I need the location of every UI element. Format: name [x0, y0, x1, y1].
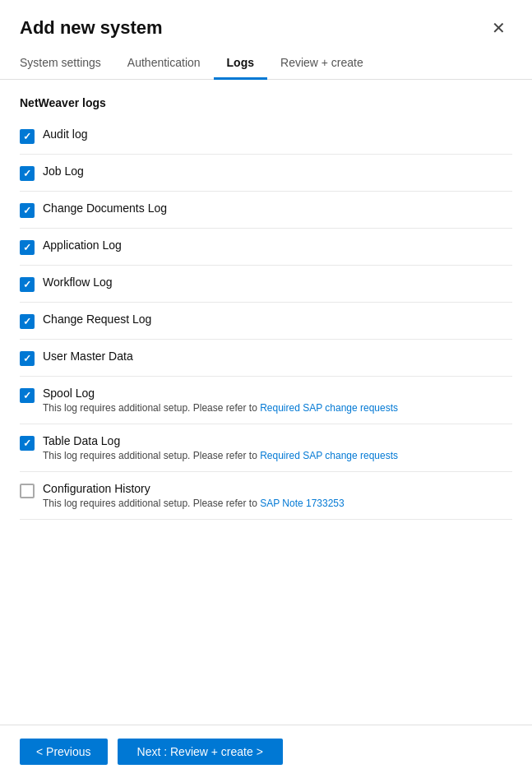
log-link-table-data-log[interactable]: Required SAP change requests: [260, 450, 398, 461]
close-button[interactable]: ✕: [485, 16, 512, 39]
dialog-title: Add new system: [20, 17, 163, 39]
log-item-job-log: ✓Job Log: [20, 155, 512, 192]
log-label-table-data-log: Table Data Log: [43, 434, 512, 447]
log-item-audit-log: ✓Audit log: [20, 118, 512, 155]
log-item-spool-log: ✓Spool LogThis log requires additional s…: [20, 377, 512, 424]
checkbox-change-documents-log[interactable]: ✓: [20, 203, 35, 218]
log-label-workflow-log: Workflow Log: [43, 276, 512, 289]
checkbox-audit-log[interactable]: ✓: [20, 129, 35, 144]
checkbox-change-request-log[interactable]: ✓: [20, 314, 35, 329]
previous-button[interactable]: < Previous: [20, 739, 108, 765]
log-label-spool-log: Spool Log: [43, 387, 512, 400]
checkbox-table-data-log[interactable]: ✓: [20, 436, 35, 451]
log-item-application-log: ✓Application Log: [20, 229, 512, 266]
next-button[interactable]: Next : Review + create >: [118, 739, 283, 765]
tab-logs[interactable]: Logs: [214, 48, 267, 80]
log-item-user-master-data: ✓User Master Data: [20, 340, 512, 377]
log-item-change-request-log: ✓Change Request Log: [20, 303, 512, 340]
log-label-user-master-data: User Master Data: [43, 350, 512, 363]
log-label-change-documents-log: Change Documents Log: [43, 201, 512, 215]
section-title: NetWeaver logs: [20, 96, 512, 109]
content-area: NetWeaver logs ✓Audit log✓Job Log✓Change…: [0, 80, 532, 725]
dialog-header: Add new system ✕: [0, 0, 532, 48]
log-label-change-request-log: Change Request Log: [43, 313, 512, 326]
log-link-configuration-history[interactable]: SAP Note 1733253: [260, 498, 345, 509]
checkbox-workflow-log[interactable]: ✓: [20, 277, 35, 292]
log-item-workflow-log: ✓Workflow Log: [20, 266, 512, 303]
log-desc-table-data-log: This log requires additional setup. Plea…: [43, 450, 512, 461]
footer: < Previous Next : Review + create >: [0, 725, 532, 778]
checkbox-spool-log[interactable]: ✓: [20, 388, 35, 403]
log-link-spool-log[interactable]: Required SAP change requests: [260, 402, 398, 414]
log-desc-spool-log: This log requires additional setup. Plea…: [43, 402, 512, 414]
log-label-configuration-history: Configuration History: [43, 482, 512, 495]
log-item-configuration-history: Configuration HistoryThis log requires a…: [20, 472, 512, 520]
tabs-nav: System settings Authentication Logs Revi…: [0, 48, 532, 80]
log-label-audit-log: Audit log: [43, 127, 512, 141]
log-item-table-data-log: ✓Table Data LogThis log requires additio…: [20, 424, 512, 472]
add-new-system-dialog: Add new system ✕ System settings Authent…: [0, 0, 532, 778]
checkbox-configuration-history[interactable]: [20, 484, 35, 498]
tab-authentication[interactable]: Authentication: [114, 48, 214, 80]
log-label-application-log: Application Log: [43, 238, 512, 252]
log-desc-configuration-history: This log requires additional setup. Plea…: [43, 498, 512, 509]
checkbox-application-log[interactable]: ✓: [20, 240, 35, 255]
log-label-job-log: Job Log: [43, 164, 512, 178]
log-item-change-documents-log: ✓Change Documents Log: [20, 192, 512, 229]
checkbox-job-log[interactable]: ✓: [20, 166, 35, 181]
logs-list: ✓Audit log✓Job Log✓Change Documents Log✓…: [20, 118, 512, 520]
tab-review-create[interactable]: Review + create: [267, 48, 377, 80]
checkbox-user-master-data[interactable]: ✓: [20, 351, 35, 366]
tab-system-settings[interactable]: System settings: [20, 48, 114, 80]
